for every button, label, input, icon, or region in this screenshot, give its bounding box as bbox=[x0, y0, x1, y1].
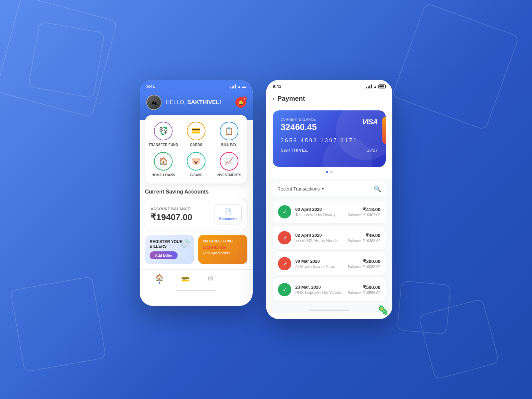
greeting-row: 🏍 HELLO, SAKTHIVEL! 🔔 7 bbox=[146, 95, 246, 110]
transaction-row-3[interactable]: ↗ 30 Mar 2020 ATM withdraw at Paris ₹300… bbox=[273, 252, 386, 275]
balance-amount: ₹19407.00 bbox=[151, 212, 192, 222]
promo-row: REGISTER YOUR BILLERS Add Biller 💸 PM CA… bbox=[145, 235, 247, 264]
fight-text: Let's fight together bbox=[203, 251, 243, 255]
e-save-label: E-SAVE bbox=[190, 173, 202, 177]
home-loans-label: HOME LOANS bbox=[152, 173, 175, 177]
payment-header: ‹ Payment bbox=[266, 91, 392, 107]
tx-debit-icon-3: ↗ bbox=[278, 257, 291, 270]
balance-card: ACCOUNT BALANCE ₹19407.00 📄 Statement bbox=[145, 199, 247, 230]
card-dot-2[interactable] bbox=[330, 171, 332, 173]
nav-cards[interactable]: 💳 bbox=[181, 275, 190, 283]
signal-bars-phone1 bbox=[230, 84, 236, 88]
tx-info-3: 30 Mar 2020 ATM withdraw at Paris bbox=[295, 259, 343, 269]
tx-debit-icon-2: ↗ bbox=[278, 231, 291, 244]
add-biller-button[interactable]: Add Biller bbox=[150, 251, 178, 259]
back-row: ‹ Payment bbox=[273, 95, 386, 102]
transfer-fund-icon: 💱 bbox=[159, 127, 168, 135]
home-nav-icon: 🏠 bbox=[155, 274, 164, 282]
tx-date-4: 23 Mar, 2020 bbox=[295, 285, 343, 290]
tx-balance-3: Balance: ₹19058.00 bbox=[347, 265, 380, 269]
wifi-icon-p2: ▲ bbox=[373, 84, 377, 88]
tx-amount-col-4: ₹500.00 Balance: ₹19558.00 bbox=[347, 285, 380, 295]
bg-shape bbox=[397, 281, 451, 335]
status-bar-phone1: 9:41 ▲ ▬ bbox=[140, 80, 253, 91]
notification-bell[interactable]: 🔔 7 bbox=[235, 97, 246, 108]
statement-button[interactable]: 📄 Statement bbox=[214, 204, 242, 224]
greeting-text: HELLO, SAKTHIVEL! bbox=[166, 99, 221, 106]
signal-bar bbox=[233, 85, 234, 88]
home-loans-icon-circle: 🏠 bbox=[154, 152, 173, 171]
investments-icon: 📈 bbox=[224, 157, 233, 166]
bottom-nav: 🏠 💳 🏛 ⋯ bbox=[140, 269, 253, 288]
notification-badge: 7 bbox=[242, 96, 247, 101]
quick-actions-card: 💱 TRANSFER FUND 💳 CARDS 📋 BILL PAY bbox=[145, 115, 247, 184]
bank-nav-icon: 🏛 bbox=[207, 275, 214, 283]
saving-section-title: Current Saving Accounts bbox=[145, 189, 247, 195]
time-phone1: 9:41 bbox=[146, 84, 155, 89]
card-dot-1[interactable] bbox=[326, 171, 328, 173]
covid-text: COVID-19 bbox=[203, 244, 243, 250]
card-balance: 32460.45 bbox=[281, 122, 317, 132]
pm-cares-label: PM CARES - FUND bbox=[203, 239, 243, 243]
user-name: SAKTHIVEL! bbox=[187, 99, 221, 105]
avatar: 🏍 bbox=[146, 95, 162, 110]
credit-card[interactable]: CURRENT BALANCE 32460.45 VISA 3659 4593 … bbox=[273, 110, 386, 167]
cards-icon-circle: 💳 bbox=[187, 122, 205, 140]
action-bill-pay[interactable]: 📋 BILL PAY bbox=[214, 122, 244, 147]
status-icons-phone2: ▲ bbox=[366, 84, 386, 88]
tx-date-3: 30 Mar 2020 bbox=[295, 259, 343, 264]
tx-desc-3: ATM withdraw at Paris bbox=[295, 264, 343, 269]
investments-icon-circle: 📈 bbox=[220, 152, 238, 171]
home-indicator-p2 bbox=[266, 308, 392, 313]
card-pagination-dots bbox=[273, 171, 386, 173]
phone-home: 9:41 ▲ ▬ 🏍 HELLO, SAKTHIVEL! bbox=[140, 80, 253, 306]
wifi-icon: ▲ bbox=[237, 84, 241, 88]
filter-label: Recent Transactions bbox=[277, 186, 320, 192]
transaction-row-1[interactable]: ✓ 03 April 2020 Tez credited by Disney ₹… bbox=[273, 200, 386, 223]
action-cards[interactable]: 💳 CARDS bbox=[181, 122, 211, 147]
signal-bar bbox=[366, 87, 367, 88]
actions-grid: 💱 TRANSFER FUND 💳 CARDS 📋 BILL PAY bbox=[148, 122, 244, 177]
investments-label: INVESTMENTS bbox=[216, 173, 241, 177]
tx-info-2: 02 April 2020 xxxx0032, Home Needs bbox=[295, 233, 343, 243]
tx-desc-1: Tez credited by Disney bbox=[295, 212, 343, 217]
action-e-save[interactable]: 🐷 E-SAVE bbox=[181, 152, 211, 177]
nav-bank[interactable]: 🏛 bbox=[207, 275, 214, 283]
transfer-fund-label: TRANSFER FUND bbox=[149, 143, 178, 147]
home-indicator-bar-p2 bbox=[309, 310, 349, 311]
statement-icon: 📄 bbox=[224, 208, 231, 215]
page-title: Payment bbox=[277, 95, 305, 102]
pm-cares-card: PM CARES - FUND COVID-19 Let's fight tog… bbox=[198, 235, 247, 264]
saving-section: Current Saving Accounts ACCOUNT BALANCE … bbox=[140, 189, 253, 269]
tx-balance-2: Balance: ₹19358.00 bbox=[347, 239, 380, 243]
time-phone2: 9:41 bbox=[273, 84, 281, 89]
tx-balance-4: Balance: ₹19558.00 bbox=[347, 291, 380, 295]
nav-active-dot bbox=[159, 282, 160, 284]
transaction-row-4[interactable]: ✓ 23 Mar, 2020 POS Deposited by Victoria… bbox=[273, 278, 386, 301]
tx-amount-3: ₹300.00 bbox=[347, 259, 380, 264]
nav-menu[interactable]: ⋯ bbox=[232, 276, 237, 282]
avatar-greeting: 🏍 HELLO, SAKTHIVEL! bbox=[146, 95, 221, 110]
balance-label: ACCOUNT BALANCE bbox=[151, 207, 192, 211]
menu-nav-icon: ⋯ bbox=[232, 276, 237, 282]
current-balance-label: CURRENT BALANCE bbox=[281, 118, 317, 121]
transactions-filter[interactable]: Recent Transactions ▾ bbox=[277, 186, 324, 192]
phone-payment: 9:41 ▲ ‹ Payment bbox=[266, 80, 392, 319]
action-investments[interactable]: 📈 INVESTMENTS bbox=[214, 152, 244, 177]
cards-label: CARDS bbox=[190, 143, 202, 147]
action-home-loans[interactable]: 🏠 HOME LOANS bbox=[148, 152, 179, 177]
status-icons-phone1: ▲ ▬ bbox=[230, 84, 246, 88]
transaction-row-2[interactable]: ↗ 02 April 2020 xxxx0032, Home Needs ₹49… bbox=[273, 226, 386, 249]
card-holder: SAKTHIVEL bbox=[281, 148, 308, 153]
tx-amount-4: ₹500.00 bbox=[347, 285, 380, 290]
action-transfer-fund[interactable]: 💱 TRANSFER FUND bbox=[148, 122, 179, 147]
tx-credit-icon-4: ✓ bbox=[278, 283, 291, 296]
credit-card-container: CURRENT BALANCE 32460.45 VISA 3659 4593 … bbox=[266, 107, 392, 179]
tx-balance-1: Balance: ₹19407.00 bbox=[347, 213, 380, 217]
back-button[interactable]: ‹ bbox=[273, 95, 275, 102]
tx-credit-icon-1: ✓ bbox=[278, 205, 291, 218]
nav-home[interactable]: 🏠 bbox=[155, 274, 164, 284]
tx-info-1: 03 April 2020 Tez credited by Disney bbox=[295, 207, 343, 217]
search-icon[interactable]: 🔍 bbox=[374, 185, 381, 193]
tx-amount-col-3: ₹300.00 Balance: ₹19058.00 bbox=[347, 259, 380, 269]
